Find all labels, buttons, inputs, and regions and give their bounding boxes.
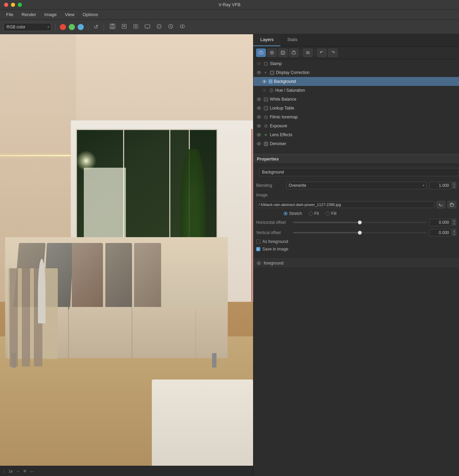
horizontal-offset-fill	[293, 222, 360, 223]
blending-select[interactable]: Overwrite Normal Multiply Screen	[286, 182, 427, 189]
add-lut-button[interactable]	[278, 49, 288, 57]
horizontal-offset-slider[interactable]	[293, 222, 427, 223]
svg-point-37	[258, 116, 260, 118]
save-in-image-checkbox-item[interactable]: Save in image	[256, 247, 288, 252]
opacity-input[interactable]	[429, 182, 451, 189]
toolbar: RGB color Alpha Depth ▾ ↺	[0, 20, 459, 34]
blending-select-wrapper[interactable]: Overwrite Normal Multiply Screen ▾	[286, 182, 427, 189]
tab-stats[interactable]: Stats	[280, 34, 304, 46]
region-render-icon[interactable]	[131, 23, 140, 31]
list-view-button[interactable]	[303, 49, 313, 57]
image-refresh-button[interactable]	[436, 201, 445, 208]
vertical-offset-decrement[interactable]: ▼	[452, 232, 456, 236]
red-channel-button[interactable]	[60, 24, 66, 30]
color-correction-icon[interactable]	[155, 23, 163, 31]
vertical-offset-slider[interactable]	[293, 232, 427, 233]
svg-point-30	[264, 90, 265, 91]
expand-icon-display-correction[interactable]: ▾	[263, 70, 268, 75]
opacity-decrement-button[interactable]: ▼	[452, 185, 456, 189]
menu-file[interactable]: File	[3, 11, 17, 18]
layer-item-filmic-tonemap[interactable]: Filmic tonemap	[253, 113, 459, 121]
eye-icon-background[interactable]	[262, 79, 267, 84]
channel-select-wrapper[interactable]: RGB color Alpha Depth ▾	[3, 23, 51, 31]
horizontal-offset-thumb[interactable]	[358, 220, 362, 224]
blue-channel-button[interactable]	[78, 24, 84, 30]
layer-item-denoiser[interactable]: Denoiser	[253, 139, 459, 148]
horizontal-offset-input[interactable]	[429, 219, 451, 226]
layer-item-white-balance[interactable]: White Balance	[253, 95, 459, 104]
eye-icon-filmic-tonemap[interactable]	[256, 114, 262, 120]
display-icon[interactable]	[143, 23, 152, 31]
redo-button[interactable]	[328, 49, 338, 57]
add-effect-button[interactable]	[289, 49, 299, 57]
eye-icon-exposure[interactable]	[256, 123, 262, 129]
minimize-button[interactable]	[11, 3, 15, 7]
menu-view[interactable]: View	[62, 11, 78, 18]
radio-fit[interactable]: Fit	[309, 211, 319, 216]
vertical-offset-thumb[interactable]	[358, 231, 362, 235]
render-history-icon[interactable]	[166, 23, 175, 31]
layer-item-background[interactable]: Background	[253, 77, 459, 86]
channel-select[interactable]: RGB color Alpha Depth	[3, 23, 51, 31]
vertical-offset-spinner: ▲ ▼	[452, 229, 456, 236]
maximize-button[interactable]	[18, 3, 22, 7]
zoom-out-icon[interactable]: —	[30, 469, 34, 473]
layer-item-exposure[interactable]: Exposure	[253, 121, 459, 130]
prop-blending-row: Blending Overwrite Normal Multiply Scree…	[253, 180, 459, 191]
as-foreground-label: As foreground	[262, 239, 288, 244]
image-browse-button[interactable]	[447, 201, 456, 208]
horizontal-offset-decrement[interactable]: ▼	[452, 222, 456, 226]
layer-item-lookup-table[interactable]: Lookup Table	[253, 104, 459, 113]
tab-layers[interactable]: Layers	[253, 34, 280, 46]
prop-name-input[interactable]	[259, 168, 459, 176]
panel-resize-handle[interactable]: · · · · · · · · · · · ·	[253, 148, 459, 154]
undo-button[interactable]	[317, 49, 327, 57]
menu-options[interactable]: Options	[79, 11, 102, 18]
save-in-image-checkbox[interactable]	[256, 247, 260, 251]
layer-item-foreground[interactable]: foreground	[253, 258, 459, 267]
eye-icon-stamp[interactable]	[256, 61, 262, 66]
svg-rect-19	[281, 51, 285, 54]
close-button[interactable]	[4, 3, 8, 7]
stereo-icon[interactable]	[178, 23, 187, 31]
eye-icon-hue-saturation[interactable]	[262, 88, 267, 93]
zoom-fit-icon[interactable]: ↕	[3, 469, 5, 473]
radio-fill[interactable]: Fill	[326, 211, 336, 216]
eye-icon-foreground[interactable]	[256, 260, 262, 266]
as-foreground-checkbox[interactable]	[256, 240, 260, 244]
layer-item-lens-effects[interactable]: + Lens Effects	[253, 130, 459, 139]
layer-item-hue-saturation[interactable]: Hue / Saturation	[253, 86, 459, 95]
save-icon[interactable]	[108, 23, 117, 31]
radio-stretch[interactable]: Stretch	[284, 211, 302, 216]
hue-saturation-icon	[268, 88, 274, 93]
zoom-in-icon[interactable]: ⊕	[23, 469, 26, 473]
opacity-increment-button[interactable]: ▲	[452, 182, 456, 185]
eye-icon-display-correction[interactable]	[256, 70, 262, 75]
menu-render[interactable]: Render	[18, 11, 40, 18]
opacity-spinner: ▲ ▼	[452, 182, 456, 189]
layer-name-filmic-tonemap: Filmic tonemap	[270, 115, 456, 119]
vertical-offset-input[interactable]	[429, 229, 451, 236]
green-channel-button[interactable]	[69, 24, 75, 30]
layer-item-stamp[interactable]: Stamp	[253, 59, 459, 68]
vertical-offset-increment[interactable]: ▲	[452, 229, 456, 232]
blending-label: Blending	[256, 183, 284, 188]
eye-icon-lookup-table[interactable]	[256, 105, 262, 111]
horizontal-offset-increment[interactable]: ▲	[452, 219, 456, 222]
layer-item-display-correction[interactable]: ▾ Display Correction	[253, 68, 459, 77]
zoom-width-icon[interactable]: ↔	[16, 469, 20, 473]
export-icon[interactable]	[120, 23, 129, 31]
add-layer-button[interactable]	[256, 49, 266, 57]
eye-icon-lens-effects[interactable]	[256, 132, 262, 138]
eye-icon-white-balance[interactable]	[256, 97, 262, 102]
reset-icon[interactable]: ↺	[92, 23, 100, 31]
horizontal-offset-spinner: ▲ ▼	[452, 219, 456, 226]
as-foreground-checkbox-item[interactable]: As foreground	[256, 239, 288, 244]
leg-2	[212, 353, 217, 368]
render-canvas[interactable]	[0, 34, 253, 466]
add-correction-button[interactable]	[267, 49, 277, 57]
title-bar: V-Ray VFB	[0, 0, 459, 10]
radio-fill-circle	[326, 211, 330, 216]
menu-image[interactable]: Image	[41, 11, 60, 18]
eye-icon-denoiser[interactable]	[256, 141, 262, 146]
